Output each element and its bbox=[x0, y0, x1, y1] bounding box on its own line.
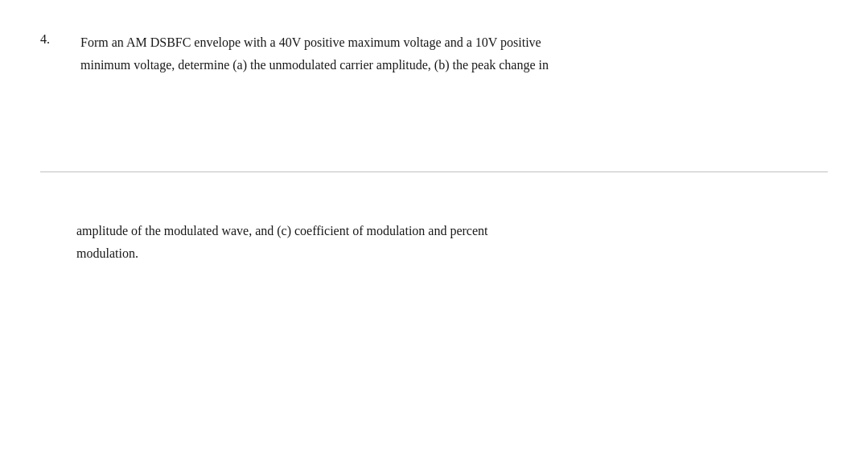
continuation-line2: modulation. bbox=[76, 243, 828, 264]
question-line2: minimum voltage, determine (a) the unmod… bbox=[80, 55, 828, 76]
section-divider bbox=[40, 171, 828, 172]
page-container: 4. Form an AM DSBFC envelope with a 40V … bbox=[0, 0, 868, 471]
lower-section: amplitude of the modulated wave, and (c)… bbox=[0, 172, 868, 263]
question-number: 4. bbox=[40, 32, 80, 47]
question-line1: Form an AM DSBFC envelope with a 40V pos… bbox=[80, 32, 828, 53]
question-text: Form an AM DSBFC envelope with a 40V pos… bbox=[80, 32, 828, 75]
continuation-line1: amplitude of the modulated wave, and (c)… bbox=[76, 221, 828, 242]
continuation-text: amplitude of the modulated wave, and (c)… bbox=[76, 221, 828, 263]
question-block: 4. Form an AM DSBFC envelope with a 40V … bbox=[40, 32, 828, 75]
upper-section: 4. Form an AM DSBFC envelope with a 40V … bbox=[0, 0, 868, 172]
